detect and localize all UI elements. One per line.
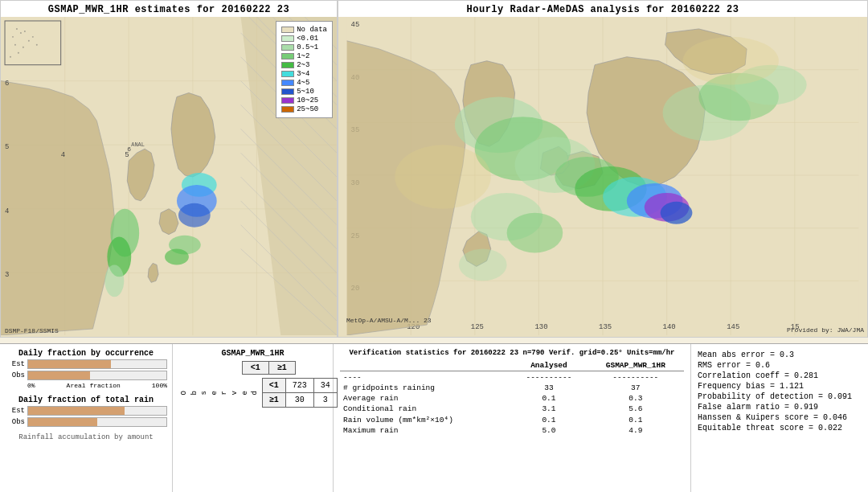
contingency-header: <1 ≥1	[226, 361, 296, 375]
stat-analysed-4: 0.1	[510, 414, 587, 425]
occurrence-title: Daily fraction by occurrence	[5, 349, 167, 358]
contingency-section: GSMAP_MWR_1HR <1 ≥1 Observed <1 723 34 ≥…	[173, 344, 334, 492]
stats-header-row: Analysed GSMAP_MWR_1HR	[340, 360, 684, 371]
stat-analysed-5: 5.0	[510, 425, 587, 436]
rain-histogram: Est Obs	[5, 406, 167, 427]
stat-gsmap-4: 0.1	[588, 414, 684, 425]
occurrence-histogram: Est Obs 0% Areal fraction 100%	[5, 359, 167, 389]
stats-title: Verification statistics for 20160222 23 …	[340, 349, 684, 357]
map-attribution: Provided by: JWA/JMA	[787, 326, 864, 334]
stat-label-1: # gridpoints raining	[340, 383, 510, 393]
svg-point-88	[661, 202, 693, 224]
legend-5-10: 5~10	[297, 88, 314, 96]
svg-point-52	[10, 56, 11, 58]
header-empty	[340, 360, 510, 371]
stat-analysed-0: ----------	[510, 371, 587, 383]
stats-row-2: Average rain 0.1 0.3	[340, 393, 684, 404]
svg-text:140: 140	[663, 323, 676, 331]
satellite-label: MetOp-A/AMSU-A/M... 23	[346, 317, 432, 324]
est-label-2: Est	[5, 407, 25, 415]
svg-text:ANAL: ANAL	[131, 141, 145, 148]
obs-bar-1	[27, 371, 167, 380]
cell-r1c1: 723	[285, 379, 313, 393]
metric-0: Mean abs error = 0.3	[698, 351, 862, 359]
svg-text:135: 135	[599, 323, 612, 331]
svg-point-47	[14, 44, 16, 46]
stats-table: Analysed GSMAP_MWR_1HR ---- ---------- -…	[340, 360, 684, 436]
observed-label: Observed	[178, 389, 262, 396]
metric-2: Correlation coeff = 0.281	[698, 371, 862, 380]
header-gsmap: GSMAP_MWR_1HR	[588, 360, 684, 371]
stat-gsmap-3: 5.6	[588, 404, 684, 414]
rainfall-label: Rainfall accumulation by amount	[5, 433, 167, 441]
svg-text:DSMP-F18/SSMIS: DSMP-F18/SSMIS	[5, 327, 59, 334]
stat-gsmap-5: 4.9	[588, 425, 684, 436]
stat-gsmap-1: 37	[588, 383, 684, 393]
svg-point-27	[104, 264, 124, 297]
stat-label-0: ----	[340, 371, 510, 383]
obs-label-2: Obs	[5, 418, 25, 426]
stat-label-3: Conditional rain	[340, 404, 510, 414]
svg-point-42	[16, 28, 18, 30]
svg-point-48	[23, 47, 24, 48]
stats-row-5: Maximum rain 5.0 4.9	[340, 425, 684, 436]
svg-point-51	[18, 52, 19, 54]
svg-text:4: 4	[61, 151, 65, 159]
stat-label-2: Average rain	[340, 393, 510, 404]
svg-text:5: 5	[5, 143, 9, 151]
svg-text:130: 130	[534, 323, 547, 331]
legend-2-3: 2~3	[297, 61, 309, 69]
right-map-panel: Hourly Radar-AMeDAS analysis for 2016022…	[338, 0, 868, 338]
contingency-wrapper: Observed <1 723 34 ≥1 30 3	[178, 378, 328, 408]
svg-text:125: 125	[471, 323, 484, 331]
svg-point-32	[165, 249, 189, 265]
col-header-1: <1	[242, 362, 268, 375]
stats-row-1: # gridpoints raining 33 37	[340, 383, 684, 393]
stats-row-0: ---- ---------- ----------	[340, 371, 684, 383]
legend-1-2: 1~2	[297, 52, 309, 60]
occurrence-axis: 0% Areal fraction 100%	[5, 382, 167, 389]
left-map-title: GSMAP_MWR_1HR estimates for 20160222 23	[1, 1, 337, 17]
stat-gsmap-0: ----------	[588, 371, 684, 383]
cell-r2c1: 30	[285, 393, 313, 408]
right-map-title: Hourly Radar-AMeDAS analysis for 2016022…	[338, 1, 867, 17]
svg-text:3: 3	[5, 271, 9, 279]
stats-row-3: Conditional rain 3.1 5.6	[340, 404, 684, 414]
svg-point-44	[12, 36, 14, 38]
histograms-panel: Daily fraction by occurrence Est Obs 0% …	[0, 344, 173, 492]
metric-3: Frequency bias = 1.121	[698, 382, 862, 391]
svg-text:45: 45	[351, 21, 360, 29]
obs-label-1: Obs	[5, 371, 25, 379]
legend-4-5: 4~5	[297, 79, 309, 87]
map-legend: No data <0.01 0.5~1 1~2 2~3	[276, 21, 333, 118]
legend-25-50: 25~50	[297, 105, 318, 113]
stats-section: Verification statistics for 20160222 23 …	[334, 344, 691, 492]
metric-6: Hanssen & Kuipers score = 0.046	[698, 413, 862, 422]
svg-point-50	[36, 44, 38, 46]
stat-label-5: Maximum rain	[340, 425, 510, 436]
svg-point-92	[395, 145, 490, 209]
right-map-svg: 45 40 35 30 25 20 120 125 130 135 140 14…	[338, 17, 867, 335]
svg-point-45	[24, 31, 26, 32]
est-bar-1	[27, 359, 167, 369]
legend-05-1: 0.5~1	[297, 43, 318, 51]
obs-bar-2	[27, 417, 167, 427]
svg-text:145: 145	[727, 323, 739, 331]
row-header-2: ≥1	[262, 393, 285, 408]
metric-4: Probability of detection = 0.091	[698, 392, 862, 401]
svg-point-49	[32, 36, 34, 38]
legend-nodata: No data	[297, 26, 327, 34]
contingency-table: <1 723 34 ≥1 30 3	[262, 378, 338, 408]
metric-1: RMS error = 0.6	[698, 361, 862, 370]
metric-5: False alarm ratio = 0.919	[698, 403, 862, 412]
svg-point-95	[507, 213, 563, 253]
legend-001: <0.01	[297, 35, 318, 43]
svg-point-30	[178, 203, 211, 228]
svg-point-43	[20, 32, 22, 34]
stat-label-4: Rain volume (mm*km²×10⁴)	[340, 414, 510, 425]
stat-analysed-3: 3.1	[510, 404, 587, 414]
stats-row-4: Rain volume (mm*km²×10⁴) 0.1 0.1	[340, 414, 684, 425]
svg-point-93	[682, 37, 778, 85]
svg-text:4: 4	[5, 207, 9, 215]
row-header-1: <1	[262, 379, 285, 393]
